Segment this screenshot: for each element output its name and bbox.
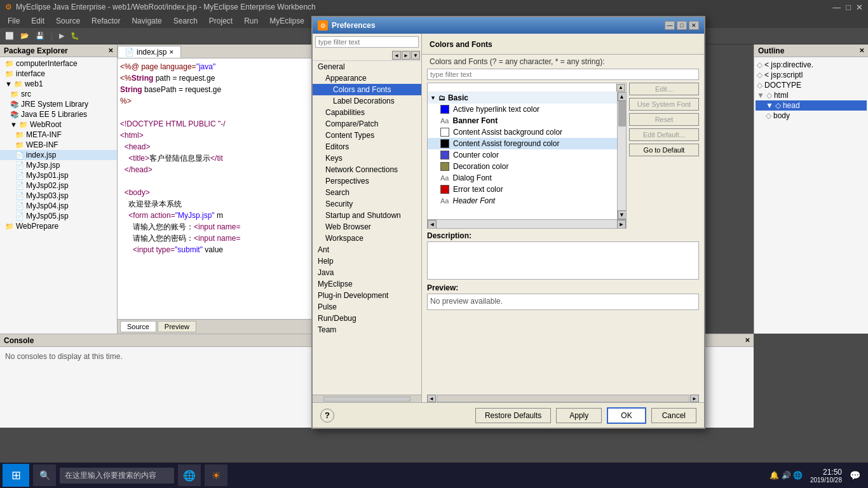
outline-item-jspscript[interactable]: ◇ < jsp:scriptl (756, 70, 867, 80)
nav-help[interactable]: Help (313, 255, 421, 267)
tree-item-myjsp03[interactable]: 📄 MyJsp03.jsp (0, 191, 117, 201)
outline-item-doctype[interactable]: ◇ DOCTYPE (756, 80, 867, 90)
cancel-button[interactable]: Cancel (651, 408, 696, 423)
menu-source[interactable]: Source (51, 15, 85, 27)
nav-run-debug[interactable]: Run/Debug (313, 313, 421, 324)
tree-item-error-text-color[interactable]: Error text color (428, 184, 617, 195)
tree-item-header-font[interactable]: Aa Header Font (428, 195, 617, 207)
h-scroll-right-btn[interactable]: ► (617, 220, 626, 229)
maximize-button[interactable]: □ (846, 3, 851, 12)
tree-item-counter-color[interactable]: Counter color (428, 149, 617, 161)
use-system-font-button[interactable]: Use System Font (629, 98, 699, 111)
nav-web-browser[interactable]: Web Browser (313, 221, 421, 233)
tree-item-decoration-color[interactable]: Decoration color (428, 161, 617, 172)
tree-item-webroot[interactable]: ▼ 📁 WebRoot (0, 119, 117, 130)
tree-item-javaee[interactable]: 📚 Java EE 5 Libraries (0, 109, 117, 119)
outline-item-head[interactable]: ▼ ◇ head (756, 100, 867, 111)
go-to-default-button[interactable]: Go to Default (629, 144, 699, 156)
nav-java[interactable]: Java (313, 267, 421, 278)
tree-item-indexjsp[interactable]: 📄 index.jsp (0, 150, 117, 160)
tree-item-jre[interactable]: 📚 JRE System Library (0, 99, 117, 109)
nav-scroll-menu[interactable]: ▼ (411, 51, 420, 60)
reset-button[interactable]: Reset (629, 113, 699, 126)
nav-scrollbar-track[interactable] (323, 396, 410, 402)
clock[interactable]: 21:50 2019/10/28 (810, 468, 842, 484)
nav-capabilities[interactable]: Capabilities (313, 107, 421, 118)
menu-search[interactable]: Search (168, 15, 203, 27)
nav-pulse[interactable]: Pulse (313, 301, 421, 313)
nav-plugin-dev[interactable]: Plug-in Development (313, 290, 421, 301)
tree-item-active-hyperlink[interactable]: Active hyperlink text color (428, 104, 617, 115)
apply-button[interactable]: Apply (556, 408, 602, 423)
tab-close[interactable]: ✕ (169, 49, 174, 55)
editor-tab-indexjsp[interactable]: 📄 index.jsp ✕ (118, 46, 181, 58)
preview-tab[interactable]: Preview (158, 321, 196, 332)
help-button[interactable]: ? (320, 409, 334, 423)
nav-content-types[interactable]: Content Types (313, 130, 421, 141)
console-close[interactable]: ✕ (745, 337, 750, 344)
close-button[interactable]: ✕ (856, 3, 863, 12)
tree-item-webinf[interactable]: 📁 WEB-INF (0, 140, 117, 150)
ok-button[interactable]: OK (607, 407, 646, 424)
toolbar-open[interactable]: 📂 (18, 30, 32, 41)
tree-item-content-assist-bg[interactable]: Content Assist background color (428, 126, 617, 138)
nav-general[interactable]: General (313, 61, 421, 72)
nav-startup-shutdown[interactable]: Startup and Shutdown (313, 210, 421, 221)
tree-item-metainf[interactable]: 📁 META-INF (0, 130, 117, 140)
package-explorer-close[interactable]: ✕ (108, 47, 113, 54)
nav-workspace[interactable]: Workspace (313, 233, 421, 244)
h-scroll-left-btn[interactable]: ◄ (428, 220, 437, 229)
nav-network-connections[interactable]: Network Connections (313, 164, 421, 175)
nav-perspectives[interactable]: Perspectives (313, 175, 421, 187)
edit-button[interactable]: Edit... (629, 83, 699, 95)
nav-filter-input[interactable] (315, 36, 419, 48)
menu-file[interactable]: File (3, 15, 25, 27)
taskbar-app-ie[interactable]: 🌐 (178, 464, 201, 486)
menu-project[interactable]: Project (204, 15, 238, 27)
outline-item-jspdirective[interactable]: ◇ < jsp:directive. (756, 60, 867, 70)
taskbar-app-eclipse[interactable]: ☀ (205, 464, 227, 486)
minimize-button[interactable]: — (832, 3, 841, 12)
dialog-minimize-button[interactable]: — (665, 21, 675, 30)
bottom-scroll-left[interactable]: ◄ (427, 395, 436, 402)
nav-scroll-fwd[interactable]: ► (402, 51, 410, 60)
search-button[interactable]: 🔍 (33, 464, 56, 486)
menu-run[interactable]: Run (239, 15, 263, 27)
nav-keys[interactable]: Keys (313, 152, 421, 164)
nav-compare-patch[interactable]: Compare/Patch (313, 118, 421, 130)
nav-editors[interactable]: Editors (313, 141, 421, 152)
toolbar-run[interactable]: ▶ (57, 30, 67, 41)
nav-team[interactable]: Team (313, 324, 421, 336)
tree-scroll-up[interactable]: ▲ (616, 84, 625, 92)
tree-item-dialog-font[interactable]: Aa Dialog Font (428, 172, 617, 184)
tree-item-interface[interactable]: 📁 interface (0, 69, 117, 79)
dialog-close-button[interactable]: ✕ (689, 21, 699, 30)
nav-appearance[interactable]: Appearance (313, 72, 421, 84)
outline-close[interactable]: ✕ (859, 47, 864, 54)
nav-label-decorations[interactable]: Label Decorations (313, 95, 421, 107)
nav-security[interactable]: Security (313, 198, 421, 210)
tree-item-banner-font[interactable]: Aa Banner Font (428, 115, 617, 126)
toolbar-new[interactable]: ⬜ (3, 30, 17, 41)
dialog-maximize-button[interactable]: □ (677, 21, 687, 30)
menu-myeclipse[interactable]: MyEclipse (264, 15, 309, 27)
nav-colors-fonts[interactable]: Colors and Fonts (313, 84, 421, 95)
tree-item-webprepare[interactable]: 📁 WebPrepare (0, 221, 117, 231)
nav-ant[interactable]: Ant (313, 244, 421, 255)
tree-item-myjsp[interactable]: 📄 MyJsp.jsp (0, 160, 117, 170)
nav-myeclipse[interactable]: MyEclipse (313, 278, 421, 290)
outline-item-body[interactable]: ◇ body (756, 111, 867, 121)
nav-scroll-back[interactable]: ◄ (392, 51, 401, 60)
edit-default-button[interactable]: Edit Default... (629, 128, 699, 141)
tree-item-myjsp01[interactable]: 📄 MyJsp01.jsp (0, 170, 117, 180)
toolbar-save[interactable]: 💾 (33, 30, 47, 41)
start-button[interactable]: ⊞ (3, 464, 29, 487)
tree-item-src[interactable]: 📁 src (0, 89, 117, 99)
menu-edit[interactable]: Edit (26, 15, 50, 27)
tree-item-myjsp05[interactable]: 📄 MyJsp05.jsp (0, 211, 117, 221)
tree-item-content-assist-fg[interactable]: Content Assist foreground color (428, 138, 617, 149)
outline-item-html[interactable]: ▼ ◇ html (756, 90, 867, 100)
tree-item-myjsp04[interactable]: 📄 MyJsp04.jsp (0, 201, 117, 211)
tree-group-basic[interactable]: ▼ 🗂 Basic (428, 92, 617, 104)
nav-search[interactable]: Search (313, 187, 421, 198)
